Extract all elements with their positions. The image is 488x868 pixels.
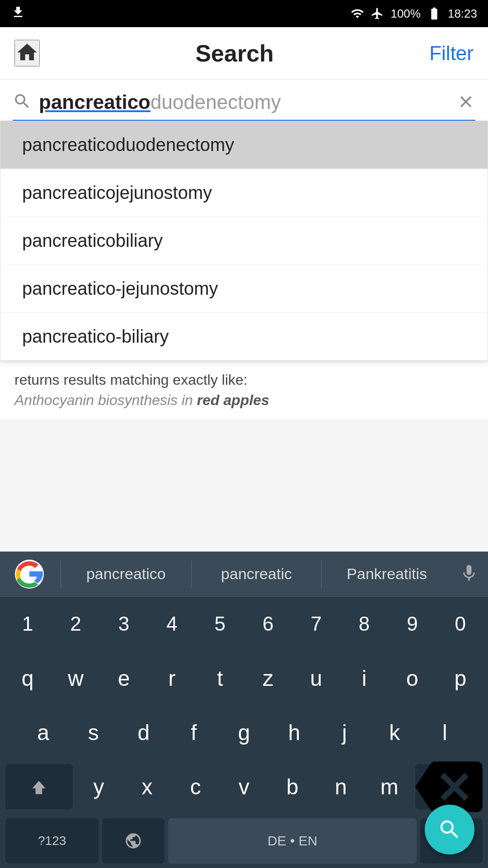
key-s[interactable]: s — [70, 710, 117, 755]
clear-icon — [456, 92, 475, 111]
key-c[interactable]: c — [173, 764, 218, 809]
number-row: 1 2 3 4 5 6 7 8 9 0 — [0, 597, 488, 651]
key-y[interactable]: y — [76, 764, 121, 809]
filter-button[interactable]: Filter — [429, 42, 474, 65]
wifi-icon — [351, 7, 364, 20]
autocomplete-item[interactable]: pancreatico-jejunostomy — [0, 265, 488, 313]
key-f[interactable]: f — [170, 710, 217, 755]
shift-key[interactable] — [5, 764, 73, 809]
search-fab-button[interactable] — [425, 805, 474, 854]
suggestion-divider — [61, 561, 61, 588]
search-fab-icon — [437, 817, 462, 842]
key-r[interactable]: r — [150, 656, 194, 701]
search-placeholder-text: duodenectomy — [150, 91, 281, 113]
suggestion-divider — [321, 561, 322, 588]
download-icon — [11, 5, 25, 23]
key-l[interactable]: l — [422, 710, 468, 755]
keyboard-row-1: q w e r t z u i o p — [0, 651, 488, 705]
keyboard-suggestions-row: pancreatico pancreatic Pankreatitis — [0, 552, 488, 597]
battery-text: 100% — [390, 7, 421, 21]
suggestion-1[interactable]: pancreatico — [63, 565, 189, 583]
google-g-icon — [15, 560, 44, 589]
key-u[interactable]: u — [294, 656, 338, 701]
key-q[interactable]: q — [5, 656, 50, 701]
key-2[interactable]: 2 — [53, 601, 98, 646]
search-icon-wrap — [13, 92, 32, 113]
backspace-key[interactable] — [415, 764, 483, 809]
key-n[interactable]: n — [319, 764, 363, 809]
key-x[interactable]: x — [125, 764, 169, 809]
key-p[interactable]: p — [438, 656, 483, 701]
key-h[interactable]: h — [271, 710, 318, 755]
autocomplete-item[interactable]: pancreaticojejunostomy — [0, 169, 488, 217]
search-input-row: pancreaticoduodenectomy — [13, 90, 475, 121]
example-text: Anthocyanin biosynthesis in red apples — [14, 392, 474, 409]
key-4[interactable]: 4 — [150, 601, 194, 646]
key-w[interactable]: w — [53, 656, 98, 701]
page-title: Search — [195, 40, 273, 67]
autocomplete-item[interactable]: pancreatico-biliary — [0, 313, 488, 360]
autocomplete-item[interactable]: pancreaticobiliary — [0, 217, 488, 265]
key-7[interactable]: 7 — [294, 601, 338, 646]
autocomplete-item[interactable]: pancreaticoduodenectomy — [0, 121, 488, 169]
app-header: Search Filter — [0, 27, 488, 80]
key-6[interactable]: 6 — [246, 601, 290, 646]
battery-icon — [427, 6, 441, 21]
suggestion-2[interactable]: pancreatic — [193, 565, 320, 583]
search-input-display[interactable]: pancreaticoduodenectomy — [39, 90, 449, 114]
suggestion-3[interactable]: Pankreatitis — [324, 565, 450, 583]
status-bar: 100% 18:23 — [0, 0, 488, 27]
symbols-key[interactable]: ?123 — [5, 818, 99, 863]
key-9[interactable]: 9 — [390, 601, 434, 646]
key-z[interactable]: z — [246, 656, 290, 701]
key-1[interactable]: 1 — [5, 601, 50, 646]
key-g[interactable]: g — [221, 710, 267, 755]
clear-button[interactable] — [456, 92, 475, 113]
shift-icon — [29, 777, 49, 797]
autocomplete-dropdown: pancreaticoduodenectomy pancreaticojejun… — [0, 121, 488, 361]
example-normal: Anthocyanin biosynthesis in — [14, 392, 197, 408]
mic-icon[interactable] — [459, 563, 479, 585]
keyboard-row-2: a s d f g h j k l — [0, 705, 488, 760]
suggestion-divider — [191, 561, 192, 588]
keyboard-row-4: ?123 DE • EN . — [0, 814, 488, 868]
search-typed-text: pancreatico — [39, 91, 150, 113]
key-k[interactable]: k — [371, 710, 418, 755]
key-j[interactable]: j — [321, 710, 368, 755]
example-bold: red apples — [197, 392, 269, 408]
search-icon — [13, 92, 32, 111]
key-b[interactable]: b — [270, 764, 315, 809]
google-logo — [9, 554, 50, 594]
status-bar-right: 100% 18:23 — [351, 6, 477, 21]
key-5[interactable]: 5 — [198, 601, 242, 646]
below-autocomplete: returns results matching exactly like: A… — [0, 361, 488, 420]
globe-icon — [124, 832, 142, 850]
key-0[interactable]: 0 — [438, 601, 483, 646]
key-o[interactable]: o — [390, 656, 434, 701]
key-t[interactable]: t — [198, 656, 242, 701]
key-a[interactable]: a — [20, 710, 66, 755]
key-v[interactable]: v — [221, 764, 266, 809]
key-3[interactable]: 3 — [102, 601, 146, 646]
keyboard: pancreatico pancreatic Pankreatitis 1 2 … — [0, 552, 488, 868]
home-button[interactable] — [14, 40, 40, 66]
airplane-icon — [371, 7, 384, 20]
globe-key[interactable] — [102, 818, 164, 863]
keyboard-row-3: y x c v b n m — [0, 760, 488, 814]
key-8[interactable]: 8 — [342, 601, 386, 646]
key-i[interactable]: i — [342, 656, 386, 701]
time-display: 18:23 — [448, 7, 477, 21]
status-bar-left — [11, 5, 25, 23]
key-e[interactable]: e — [102, 656, 146, 701]
space-key[interactable]: DE • EN — [168, 818, 417, 863]
exact-match-description: returns results matching exactly like: — [14, 372, 248, 388]
key-m[interactable]: m — [367, 764, 412, 809]
key-d[interactable]: d — [120, 710, 167, 755]
search-area: pancreaticoduodenectomy — [0, 80, 488, 121]
